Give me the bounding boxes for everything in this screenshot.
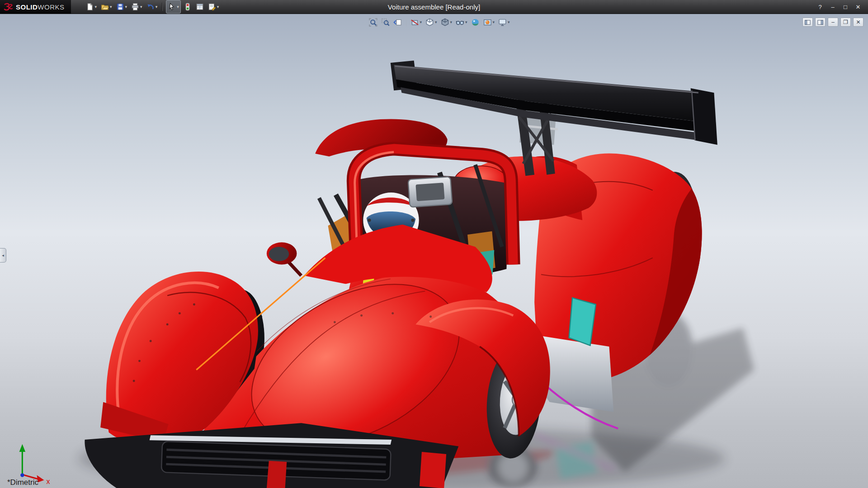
dropdown-arrow[interactable]: ▾ bbox=[95, 5, 97, 9]
toolbar-separator bbox=[162, 3, 163, 11]
previous-view-icon bbox=[393, 18, 401, 27]
show-pane-icon bbox=[817, 20, 823, 25]
display-style-button[interactable]: ▾ bbox=[439, 17, 453, 28]
restore-pane-button[interactable] bbox=[802, 18, 813, 27]
brand-solid: SOLID bbox=[16, 3, 38, 11]
heads-up-view-toolbar: ▾ ▾ ▾ ▾ bbox=[368, 17, 510, 28]
dropdown-arrow[interactable]: ▾ bbox=[177, 5, 179, 9]
file-properties-icon bbox=[196, 3, 204, 11]
file-properties-button[interactable] bbox=[194, 0, 205, 13]
dropdown-arrow[interactable]: ▾ bbox=[125, 5, 127, 9]
brand-name: SOLIDWORKS bbox=[16, 3, 65, 11]
dassault-systemes-3ds-icon bbox=[4, 2, 13, 11]
dropdown-arrow[interactable]: ▾ bbox=[420, 20, 422, 24]
undo-button[interactable]: ▾ bbox=[145, 0, 159, 13]
dropdown-arrow[interactable]: ▾ bbox=[493, 20, 495, 24]
save-icon bbox=[116, 3, 124, 11]
hide-show-items-icon bbox=[456, 18, 464, 27]
toolbar-separator bbox=[406, 19, 406, 26]
options-icon bbox=[208, 3, 216, 11]
new-document-icon bbox=[86, 3, 94, 11]
dropdown-arrow[interactable]: ▾ bbox=[450, 20, 452, 24]
edit-appearance-button[interactable] bbox=[470, 17, 481, 28]
restore-pane-icon bbox=[805, 20, 811, 25]
doc-restore-button[interactable]: ❐ bbox=[840, 18, 851, 27]
edit-appearance-icon bbox=[471, 18, 480, 27]
main-toolbar: ▾ ▾ ▾ ▾ bbox=[85, 0, 221, 14]
center-mirror bbox=[408, 177, 453, 207]
triad-x-label: x bbox=[46, 478, 50, 485]
zoom-to-area-icon bbox=[381, 18, 389, 27]
options-button[interactable]: ▾ bbox=[207, 0, 221, 13]
brand-works: WORKS bbox=[38, 3, 64, 11]
print-icon bbox=[131, 3, 139, 11]
apply-scene-button[interactable]: ▾ bbox=[482, 17, 496, 28]
dropdown-arrow[interactable]: ▾ bbox=[110, 5, 112, 9]
dropdown-arrow[interactable]: ▾ bbox=[435, 20, 437, 24]
undo-icon bbox=[146, 3, 155, 11]
help-button[interactable]: ? bbox=[815, 2, 826, 11]
apply-scene-icon bbox=[483, 18, 492, 27]
minimize-button[interactable]: – bbox=[827, 2, 838, 11]
section-view-button[interactable]: ▾ bbox=[409, 17, 423, 28]
dropdown-arrow[interactable]: ▾ bbox=[156, 5, 158, 9]
print-button[interactable]: ▾ bbox=[130, 0, 144, 13]
graphics-viewport[interactable]: x bbox=[0, 14, 868, 488]
open-icon bbox=[101, 3, 109, 11]
solidworks-logo: SOLIDWORKS bbox=[0, 0, 71, 14]
dropdown-arrow[interactable]: ▾ bbox=[465, 20, 467, 24]
window-controls: ? – □ ✕ bbox=[815, 2, 868, 11]
doc-close-button[interactable]: ✕ bbox=[853, 18, 863, 27]
view-orientation-icon bbox=[425, 18, 434, 27]
select-button[interactable]: ▾ bbox=[166, 0, 181, 14]
previous-view-button[interactable] bbox=[392, 17, 402, 28]
close-button[interactable]: ✕ bbox=[853, 2, 863, 11]
new-button[interactable]: ▾ bbox=[85, 0, 99, 13]
dropdown-arrow[interactable]: ▾ bbox=[217, 5, 219, 9]
show-pane-button[interactable] bbox=[815, 18, 826, 27]
dropdown-arrow[interactable]: ▾ bbox=[140, 5, 142, 9]
window-title: Voiture assemblee [Read-only] bbox=[388, 3, 480, 11]
zoom-to-fit-icon bbox=[368, 18, 377, 27]
view-settings-button[interactable]: ▾ bbox=[497, 17, 511, 28]
save-button[interactable]: ▾ bbox=[115, 0, 129, 13]
rebuild-button[interactable] bbox=[182, 0, 193, 13]
view-orientation-label: *Dimetric bbox=[7, 478, 38, 487]
rebuild-icon bbox=[184, 3, 192, 11]
dropdown-arrow[interactable]: ▾ bbox=[508, 20, 510, 24]
view-settings-icon bbox=[498, 18, 507, 27]
section-view-icon bbox=[410, 18, 419, 27]
display-style-icon bbox=[440, 18, 449, 27]
view-orientation-button[interactable]: ▾ bbox=[425, 17, 438, 28]
hide-show-items-button[interactable]: ▾ bbox=[455, 17, 468, 28]
feature-manager-collapse-tab[interactable]: ◂ bbox=[0, 248, 6, 263]
select-cursor-icon bbox=[168, 3, 176, 11]
3d-viewport-scene[interactable]: x bbox=[0, 14, 868, 488]
collapse-arrow-icon: ◂ bbox=[2, 253, 4, 258]
open-button[interactable]: ▾ bbox=[99, 0, 113, 13]
document-window-controls: – ❐ ✕ bbox=[802, 18, 863, 27]
doc-minimize-button[interactable]: – bbox=[828, 18, 838, 27]
zoom-to-fit-button[interactable] bbox=[368, 17, 378, 28]
zoom-to-area-button[interactable] bbox=[380, 17, 390, 28]
maximize-button[interactable]: □ bbox=[840, 2, 851, 11]
titlebar: SOLIDWORKS ▾ ▾ ▾ bbox=[0, 0, 868, 14]
